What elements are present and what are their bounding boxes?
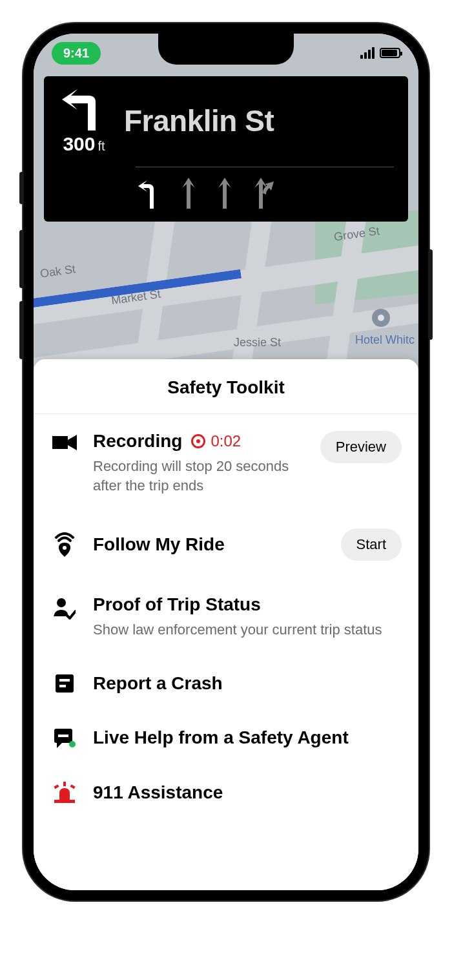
- svg-rect-4: [59, 679, 70, 682]
- svg-point-8: [69, 741, 76, 747]
- row-title: Recording: [93, 431, 182, 452]
- side-button: [428, 249, 433, 340]
- safety-toolkit-sheet[interactable]: Safety Toolkit Recording: [34, 359, 418, 890]
- notch: [158, 34, 294, 65]
- svg-rect-11: [54, 784, 59, 789]
- distance-value: 300: [63, 133, 95, 155]
- status-time-pill[interactable]: 9:41: [52, 42, 101, 65]
- row-subtitle: Recording will stop 20 seconds after the…: [93, 457, 306, 495]
- toolkit-row-live-help[interactable]: Live Help from a Safety Agent: [34, 711, 418, 765]
- phone-frame: 9:41 Oak St Grove St Market St Jessie St…: [23, 23, 429, 901]
- side-button: [19, 301, 24, 359]
- cellular-signal-icon: [360, 47, 375, 59]
- toolkit-row-recording[interactable]: Recording 0:02 Recording will stop 20 se…: [34, 414, 418, 512]
- svg-rect-3: [56, 674, 74, 693]
- row-title: 911 Assistance: [93, 782, 223, 802]
- row-subtitle: Show law enforcement your current trip s…: [93, 620, 402, 640]
- toolkit-list: Recording 0:02 Recording will stop 20 se…: [34, 414, 418, 890]
- toolkit-row-911[interactable]: 911 Assistance: [34, 765, 418, 810]
- emergency-siren-icon: [53, 782, 76, 804]
- svg-rect-7: [58, 735, 68, 737]
- lane-straight-right-icon: [252, 176, 275, 210]
- row-title: Report a Crash: [93, 673, 223, 693]
- turn-left-icon: [58, 87, 110, 133]
- person-verified-icon: [54, 597, 76, 620]
- lane-guidance: [136, 176, 394, 210]
- svg-rect-0: [52, 436, 68, 449]
- battery-icon: [380, 48, 400, 58]
- svg-rect-10: [63, 782, 66, 786]
- toolkit-row-proof-status[interactable]: Proof of Trip Status Show law enforcemen…: [34, 578, 418, 656]
- report-document-icon: [54, 673, 75, 694]
- svg-rect-5: [59, 685, 66, 687]
- svg-point-1: [63, 546, 67, 550]
- lane-straight-icon: [216, 176, 234, 210]
- row-title: Live Help from a Safety Agent: [93, 727, 349, 747]
- record-dot-icon: [191, 434, 205, 448]
- turn-distance: 300 ft: [58, 133, 110, 155]
- status-icons: [360, 47, 400, 59]
- toolkit-row-report-crash[interactable]: Report a Crash: [34, 656, 418, 711]
- lane-left-turn-icon: [136, 176, 161, 210]
- chat-agent-icon: [53, 727, 76, 748]
- svg-rect-9: [54, 800, 75, 803]
- svg-rect-12: [70, 784, 76, 789]
- sheet-title: Safety Toolkit: [34, 359, 418, 413]
- navigation-card[interactable]: 300 ft Franklin St: [44, 76, 408, 222]
- side-button: [19, 230, 24, 288]
- distance-unit: ft: [98, 139, 105, 154]
- preview-button[interactable]: Preview: [320, 431, 402, 463]
- recording-timer: 0:02: [211, 432, 241, 450]
- recording-indicator: 0:02: [191, 432, 241, 450]
- row-title: Proof of Trip Status: [93, 594, 402, 615]
- divider: [136, 167, 394, 167]
- side-button: [19, 172, 24, 204]
- video-camera-icon: [52, 433, 77, 452]
- svg-point-2: [57, 598, 66, 607]
- row-title: Follow My Ride: [93, 534, 225, 554]
- start-button[interactable]: Start: [341, 528, 402, 561]
- screen: 9:41 Oak St Grove St Market St Jessie St…: [34, 34, 418, 890]
- location-broadcast-icon: [54, 532, 76, 557]
- navigation-street-name: Franklin St: [124, 103, 274, 138]
- toolkit-row-follow-ride[interactable]: Follow My Ride Start: [34, 512, 418, 578]
- lane-straight-icon: [180, 176, 198, 210]
